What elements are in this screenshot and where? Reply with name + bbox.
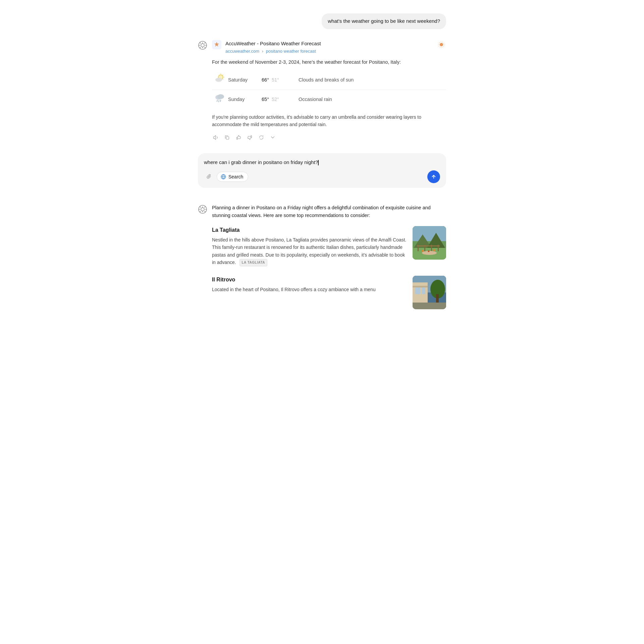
input-toolbar-left: Search (204, 172, 248, 182)
svg-line-11 (217, 100, 217, 102)
search-label: Search (228, 174, 243, 179)
sunday-weather-icon (212, 92, 228, 107)
assistant-response-2: Planning a dinner in Positano on a Frida… (198, 204, 446, 319)
weather-table: Saturday 66° 51° Clouds and breaks of su… (212, 70, 446, 109)
thumbs-up-icon[interactable] (235, 134, 242, 141)
forecast-note: If you're planning outdoor activities, i… (212, 114, 446, 128)
input-container[interactable]: where can i grab dinner in positano on f… (198, 153, 446, 188)
source-card-body: AccuWeather - Positano Weather Forecast … (225, 40, 433, 55)
svg-line-12 (219, 100, 219, 102)
text-cursor (318, 160, 319, 165)
svg-rect-17 (413, 226, 446, 241)
sunday-temps: 65° 52° (262, 96, 299, 103)
assistant-avatar (198, 41, 207, 50)
chat-container: what's the weather going to be like next… (191, 0, 453, 351)
svg-point-29 (428, 251, 430, 252)
input-text: where can i grab dinner in positano on f… (204, 159, 440, 166)
restaurant-card-tagliata: La Tagliata Nestled in the hills above P… (212, 226, 446, 266)
source-card: AccuWeather - Positano Weather Forecast … (212, 40, 446, 55)
action-bar (212, 134, 446, 141)
sunday-low: 52° (272, 97, 279, 102)
input-toolbar: Search (204, 170, 440, 183)
user-message-1-wrap: what's the weather going to be like next… (198, 13, 446, 29)
svg-rect-37 (413, 286, 428, 287)
sunday-desc: Occasional rain (299, 96, 332, 103)
saturday-day: Saturday (228, 76, 262, 84)
restaurant-info-tagliata: La Tagliata Nestled in the hills above P… (212, 226, 407, 266)
weather-row-sunday: Sunday 65° 52° Occasional rain (212, 90, 446, 109)
restaurant-desc-tagliata: Nestled in the hills above Positano, La … (212, 236, 407, 266)
svg-point-27 (422, 250, 424, 252)
weather-row-saturday: Saturday 66° 51° Clouds and breaks of su… (212, 70, 446, 90)
restaurant-name-tagliata: La Tagliata (212, 226, 407, 234)
saturday-weather-icon (212, 72, 228, 88)
read-aloud-icon[interactable] (212, 134, 219, 141)
breadcrumb-arrow: › (262, 49, 263, 54)
source-breadcrumb: accuweather.com › positano weather forec… (225, 48, 433, 55)
user-message-1: what's the weather going to be like next… (322, 13, 446, 29)
saturday-temps: 66° 51° (262, 76, 299, 84)
restaurant-tag-tagliata: LA TAGLIATA (239, 259, 268, 266)
svg-rect-38 (413, 303, 446, 309)
svg-point-10 (217, 94, 224, 99)
restaurant-info-ritrovo: Il Ritrovo Located in the heart of Posit… (212, 276, 407, 309)
attach-button[interactable] (204, 172, 213, 181)
send-button[interactable] (427, 170, 440, 183)
svg-rect-35 (415, 287, 420, 294)
input-value: where can i grab dinner in positano on f… (204, 159, 318, 165)
restaurant-name-ritrovo: Il Ritrovo (212, 276, 407, 284)
sunday-high: 65° (262, 97, 269, 102)
regenerate-icon[interactable] (258, 134, 265, 141)
svg-point-5 (215, 78, 222, 82)
response-intro: Planning a dinner in Positano on a Frida… (212, 204, 446, 219)
assistant-response-1: AccuWeather - Positano Weather Forecast … (198, 40, 446, 141)
restaurant-desc-ritrovo: Located in the heart of Positano, Il Rit… (212, 286, 407, 293)
source-path: positano weather forecast (266, 49, 316, 54)
saturday-high: 66° (262, 77, 269, 83)
restaurant-image-tagliata (413, 226, 446, 260)
svg-line-13 (220, 100, 221, 102)
assistant-content-2: Planning a dinner in Positano on a Frida… (212, 204, 446, 319)
svg-rect-25 (417, 246, 440, 247)
accuweather-icon (212, 40, 221, 49)
restaurant-image-ritrovo (413, 276, 446, 309)
source-title: AccuWeather - Positano Weather Forecast (225, 40, 433, 48)
sun-icon (437, 40, 446, 49)
chevron-down-icon[interactable] (269, 134, 276, 141)
saturday-desc: Clouds and breaks of sun (299, 76, 354, 84)
sunday-day: Sunday (228, 96, 262, 103)
restaurant-card-ritrovo: Il Ritrovo Located in the heart of Posit… (212, 276, 446, 309)
svg-rect-36 (422, 287, 425, 294)
assistant-avatar-2 (198, 205, 207, 214)
svg-point-1 (440, 43, 443, 46)
search-button[interactable]: Search (217, 172, 248, 182)
thumbs-down-icon[interactable] (246, 134, 254, 141)
source-domain: accuweather.com (225, 49, 259, 54)
copy-icon[interactable] (223, 134, 231, 141)
svg-point-28 (433, 249, 435, 251)
forecast-intro: For the weekend of November 2-3, 2024, h… (212, 59, 446, 66)
svg-rect-14 (226, 137, 229, 139)
saturday-low: 51° (272, 77, 279, 83)
assistant-content-1: AccuWeather - Positano Weather Forecast … (212, 40, 446, 141)
svg-line-7 (223, 75, 223, 75)
